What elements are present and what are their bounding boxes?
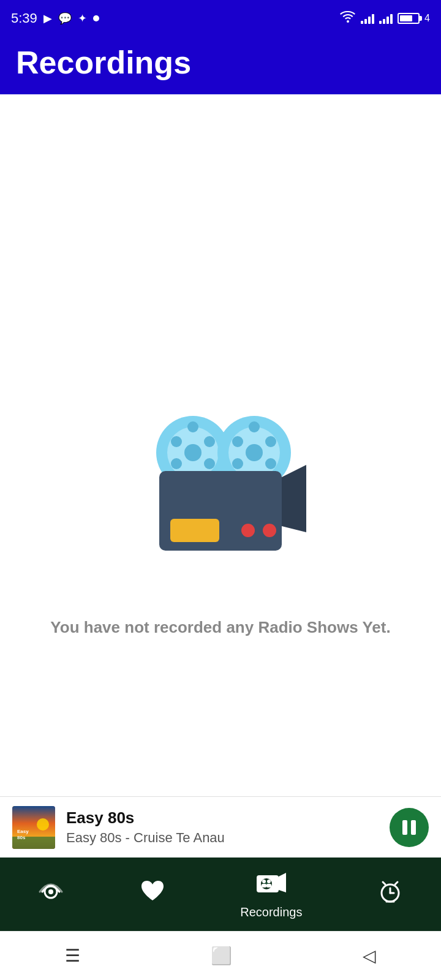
page-title: Recordings (16, 45, 191, 80)
status-bar: 5:39 ▶ 💬 ✦ (0, 0, 441, 37)
app-header: Recordings (0, 37, 441, 94)
svg-point-12 (265, 436, 276, 447)
menu-button[interactable]: ☰ (65, 946, 80, 966)
svg-point-22 (37, 818, 49, 831)
svg-point-32 (262, 880, 266, 883)
main-content: You have not recorded any Radio Shows Ye… (0, 94, 441, 799)
now-playing-subtitle: Easy 80s - Cruise Te Anau (66, 830, 379, 846)
empty-state-message: You have not recorded any Radio Shows Ye… (26, 618, 415, 637)
svg-point-27 (48, 889, 53, 894)
svg-text:80s: 80s (17, 835, 26, 840)
alarm-icon (377, 878, 404, 911)
time-display: 5:39 (11, 10, 37, 26)
svg-point-6 (204, 458, 215, 469)
svg-point-2 (184, 444, 202, 461)
signal-bars-2 (379, 13, 393, 24)
status-right: 4 (340, 10, 430, 26)
svg-point-19 (263, 524, 276, 537)
wifi-icon (340, 10, 356, 26)
nav-item-alarm[interactable] (377, 878, 404, 911)
now-playing-thumbnail: Easy 80s (12, 806, 55, 849)
svg-marker-20 (282, 465, 306, 532)
svg-line-38 (395, 882, 398, 884)
status-left: 5:39 ▶ 💬 ✦ (11, 10, 99, 26)
svg-point-10 (246, 444, 263, 461)
nav-item-recordings[interactable]: Recordings (240, 869, 302, 919)
pause-button[interactable] (390, 808, 429, 847)
svg-marker-31 (279, 873, 286, 892)
message-icon: 💬 (58, 12, 72, 25)
dot-indicator (93, 15, 99, 21)
now-playing-bar[interactable]: Easy 80s Easy 80s Easy 80s - Cruise Te A… (0, 796, 441, 858)
battery-icon (398, 13, 420, 24)
svg-point-3 (171, 436, 182, 447)
svg-rect-35 (266, 884, 271, 888)
now-playing-title: Easy 80s (66, 809, 379, 827)
nav-item-radio[interactable] (37, 878, 64, 911)
nav-item-favorites[interactable] (139, 878, 166, 911)
play-icon: ▶ (43, 12, 52, 25)
svg-line-37 (383, 882, 385, 884)
svg-point-5 (171, 458, 182, 469)
pause-icon (402, 820, 416, 835)
home-button[interactable]: ⬜ (211, 946, 232, 966)
svg-point-14 (265, 458, 276, 469)
svg-rect-34 (262, 884, 266, 888)
svg-text:Easy: Easy (17, 829, 29, 834)
signal-bars-1 (361, 13, 374, 24)
bottom-nav: Recordings (0, 858, 441, 931)
radio-icon (37, 878, 64, 911)
nav-label-recordings: Recordings (240, 905, 302, 919)
svg-point-15 (249, 421, 260, 432)
system-nav-bar: ☰ ⬜ ◁ (0, 931, 441, 980)
empty-state-illustration (135, 404, 306, 563)
heart-icon (139, 878, 166, 911)
svg-point-33 (267, 880, 271, 883)
svg-rect-17 (170, 519, 219, 542)
grid-icon: ✦ (78, 12, 87, 25)
now-playing-info: Easy 80s Easy 80s - Cruise Te Anau (66, 809, 379, 846)
back-button[interactable]: ◁ (363, 946, 376, 966)
svg-point-11 (232, 436, 243, 447)
svg-point-4 (204, 436, 215, 447)
svg-point-13 (232, 458, 243, 469)
camera-nav-icon (255, 869, 287, 902)
battery-level: 4 (424, 13, 430, 24)
svg-point-7 (187, 421, 198, 432)
svg-point-18 (241, 524, 255, 537)
